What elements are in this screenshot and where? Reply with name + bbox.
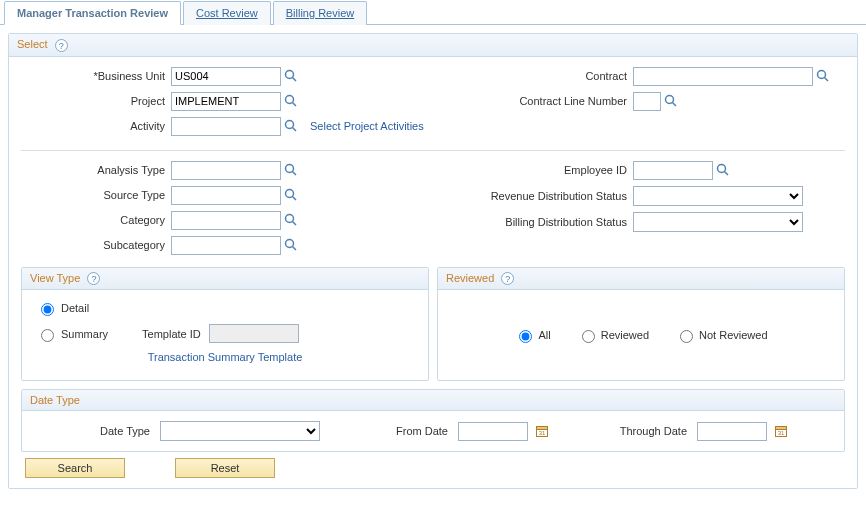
- lookup-icon[interactable]: [284, 213, 298, 227]
- analysis-type-label: Analysis Type: [21, 164, 171, 176]
- reviewed-all-label: All: [538, 329, 550, 341]
- svg-point-6: [818, 71, 826, 79]
- svg-line-5: [293, 128, 297, 132]
- through-date-label: Through Date: [553, 425, 693, 437]
- lookup-icon[interactable]: [284, 69, 298, 83]
- reviewed-all-radio[interactable]: [519, 330, 532, 343]
- subcategory-input[interactable]: [171, 236, 281, 255]
- tab-bar: Manager Transaction Review Cost Review B…: [0, 0, 866, 25]
- template-id-label: Template ID: [142, 328, 201, 340]
- date-type-title: Date Type: [30, 394, 80, 406]
- revenue-dist-status-select[interactable]: [633, 186, 803, 206]
- svg-line-3: [293, 103, 297, 107]
- view-type-title: View Type: [30, 272, 80, 284]
- svg-line-15: [293, 222, 297, 226]
- lookup-icon[interactable]: [284, 119, 298, 133]
- calendar-icon[interactable]: 31: [774, 424, 788, 438]
- svg-point-16: [286, 240, 294, 248]
- source-type-input[interactable]: [171, 186, 281, 205]
- svg-line-7: [825, 78, 829, 82]
- view-type-summary-label: Summary: [61, 328, 108, 340]
- project-label: Project: [21, 95, 171, 107]
- reviewed-not-reviewed-radio[interactable]: [680, 330, 693, 343]
- reviewed-reviewed-radio[interactable]: [582, 330, 595, 343]
- lookup-icon[interactable]: [284, 94, 298, 108]
- svg-line-9: [673, 103, 677, 107]
- billing-dist-status-select[interactable]: [633, 212, 803, 232]
- svg-line-11: [293, 172, 297, 176]
- reviewed-title: Reviewed: [446, 272, 494, 284]
- help-icon[interactable]: ?: [55, 39, 68, 52]
- business-unit-input[interactable]: [171, 67, 281, 86]
- contract-label: Contract: [433, 70, 633, 82]
- svg-point-10: [286, 165, 294, 173]
- search-button[interactable]: Search: [25, 458, 125, 478]
- tab-manager-transaction-review[interactable]: Manager Transaction Review: [4, 1, 181, 25]
- employee-id-input[interactable]: [633, 161, 713, 180]
- project-input[interactable]: [171, 92, 281, 111]
- business-unit-label: *Business Unit: [21, 70, 171, 82]
- activity-input[interactable]: [171, 117, 281, 136]
- help-icon[interactable]: ?: [87, 272, 100, 285]
- view-type-detail-label: Detail: [61, 302, 89, 314]
- activity-label: Activity: [21, 120, 171, 132]
- svg-point-4: [286, 121, 294, 129]
- lookup-icon[interactable]: [664, 94, 678, 108]
- from-date-label: From Date: [324, 425, 454, 437]
- svg-point-2: [286, 96, 294, 104]
- select-project-activities-link[interactable]: Select Project Activities: [310, 120, 424, 132]
- lookup-icon[interactable]: [284, 188, 298, 202]
- contract-line-number-input[interactable]: [633, 92, 661, 111]
- employee-id-label: Employee ID: [433, 164, 633, 176]
- reviewed-panel: Reviewed ? All Reviewed: [437, 267, 845, 382]
- lookup-icon[interactable]: [716, 163, 730, 177]
- lookup-icon[interactable]: [816, 69, 830, 83]
- date-type-label: Date Type: [36, 425, 156, 437]
- svg-point-8: [666, 96, 674, 104]
- source-type-label: Source Type: [21, 189, 171, 201]
- svg-point-14: [286, 215, 294, 223]
- svg-point-18: [718, 165, 726, 173]
- transaction-summary-template-link[interactable]: Transaction Summary Template: [148, 351, 303, 363]
- divider: [21, 150, 845, 151]
- revenue-dist-status-label: Revenue Distribution Status: [433, 190, 633, 202]
- contract-line-number-label: Contract Line Number: [433, 95, 633, 107]
- lookup-icon[interactable]: [284, 163, 298, 177]
- svg-line-13: [293, 197, 297, 201]
- select-section-title: Select: [17, 38, 48, 50]
- subcategory-label: Subcategory: [21, 239, 171, 251]
- svg-line-17: [293, 247, 297, 251]
- date-type-select[interactable]: [160, 421, 320, 441]
- svg-point-0: [286, 71, 294, 79]
- reset-button[interactable]: Reset: [175, 458, 275, 478]
- reviewed-reviewed-label: Reviewed: [601, 329, 649, 341]
- category-input[interactable]: [171, 211, 281, 230]
- svg-text:31: 31: [778, 430, 785, 436]
- reviewed-not-reviewed-label: Not Reviewed: [699, 329, 767, 341]
- view-type-detail-radio[interactable]: [41, 303, 54, 316]
- billing-dist-status-label: Billing Distribution Status: [433, 216, 633, 228]
- view-type-panel: View Type ? Detail Summary Template ID: [21, 267, 429, 382]
- contract-input[interactable]: [633, 67, 813, 86]
- select-section-header: Select ?: [9, 34, 857, 57]
- page-body: Select ? *Business Unit Project: [0, 25, 866, 509]
- through-date-input[interactable]: [697, 422, 767, 441]
- template-id-input: [209, 324, 299, 343]
- category-label: Category: [21, 214, 171, 226]
- svg-point-12: [286, 190, 294, 198]
- date-type-section: Date Type Date Type From Date 31 Through…: [21, 389, 845, 452]
- calendar-icon[interactable]: 31: [535, 424, 549, 438]
- select-section: Select ? *Business Unit Project: [8, 33, 858, 489]
- tab-billing-review[interactable]: Billing Review: [273, 1, 367, 25]
- svg-line-1: [293, 78, 297, 82]
- analysis-type-input[interactable]: [171, 161, 281, 180]
- from-date-input[interactable]: [458, 422, 528, 441]
- svg-line-19: [725, 172, 729, 176]
- lookup-icon[interactable]: [284, 238, 298, 252]
- view-type-summary-radio[interactable]: [41, 329, 54, 342]
- tab-cost-review[interactable]: Cost Review: [183, 1, 271, 25]
- help-icon[interactable]: ?: [501, 272, 514, 285]
- svg-text:31: 31: [539, 430, 546, 436]
